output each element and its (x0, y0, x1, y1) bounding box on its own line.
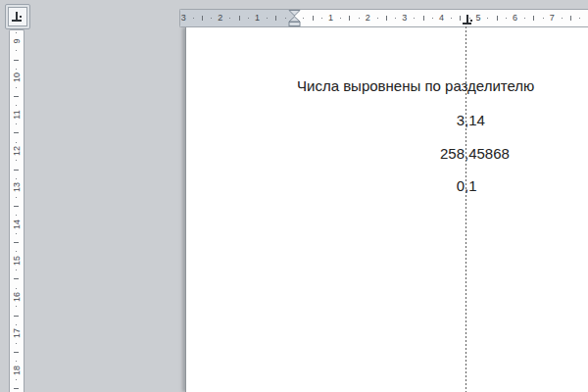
h-ruler-dot (395, 18, 396, 19)
h-ruler-dot (359, 18, 360, 19)
v-ruler-dot (16, 142, 17, 143)
vertical-ruler[interactable]: 9101112131415161718 (9, 29, 24, 392)
h-ruler-tick (239, 16, 240, 21)
h-ruler-number: 5 (475, 14, 480, 23)
v-ruler-tick (14, 206, 19, 207)
horizontal-ruler[interactable]: 3211234567 (179, 9, 588, 27)
v-ruler-dot (16, 343, 17, 344)
h-ruler-tick (202, 16, 203, 21)
ruler-left-margin-zone (180, 10, 295, 26)
h-ruler-tick (423, 16, 424, 21)
h-ruler-number: 6 (513, 14, 517, 23)
v-ruler-tick (14, 316, 19, 317)
decimal-aligned-number-row: 0,1 (0, 176, 588, 195)
document-heading: Числа выровнены по разделителю (297, 76, 534, 95)
number-integer-part: 3 (0, 111, 465, 129)
h-ruler-dot (248, 18, 249, 19)
h-ruler-dot (285, 18, 286, 19)
h-ruler-dot (193, 18, 194, 19)
number-integer-part: 0 (0, 176, 465, 195)
v-ruler-tick (14, 170, 19, 171)
tab-selector-button[interactable] (5, 4, 30, 29)
h-ruler-dot (321, 18, 322, 19)
h-ruler-tick (460, 16, 461, 21)
v-ruler-number: 18 (13, 364, 22, 377)
number-fraction-part: ,45868 (465, 144, 510, 163)
first-line-indent-marker (289, 11, 300, 17)
h-ruler-dot (211, 18, 212, 19)
v-ruler-dot (16, 215, 17, 216)
h-ruler-dot (562, 18, 563, 19)
h-ruler-tick (313, 16, 314, 21)
h-ruler-dot (432, 18, 433, 19)
h-ruler-tick (533, 16, 534, 21)
h-ruler-dot (303, 18, 304, 19)
h-ruler-number: 1 (255, 14, 260, 23)
v-ruler-tick (14, 242, 19, 243)
h-ruler-dot (487, 18, 488, 19)
tab-selector-face (8, 7, 27, 26)
left-indent-marker (289, 23, 300, 26)
number-fraction-part: ,14 (465, 111, 485, 129)
v-ruler-dot (16, 233, 17, 234)
h-ruler-tick (275, 16, 276, 21)
v-ruler-dot (16, 69, 17, 70)
h-ruler-tick (349, 16, 350, 21)
h-ruler-tick (386, 16, 387, 21)
v-ruler-number: 14 (13, 218, 22, 231)
h-ruler-number: 3 (402, 14, 407, 23)
hanging-indent-marker (289, 17, 300, 22)
h-ruler-dot (377, 18, 378, 19)
h-ruler-tick (497, 16, 498, 21)
h-ruler-dot (451, 18, 452, 19)
h-ruler-tick (570, 16, 571, 21)
v-ruler-dot (16, 251, 17, 252)
v-ruler-number: 15 (13, 254, 22, 268)
number-integer-part: 258 (0, 144, 465, 163)
v-ruler-tick (14, 278, 19, 279)
v-ruler-dot (16, 50, 17, 51)
v-ruler-dot (16, 379, 17, 380)
decimal-tab-stop-marker[interactable] (463, 15, 473, 24)
v-ruler-dot (16, 32, 17, 33)
decimal-aligned-number-row: 3,14 (0, 111, 588, 129)
h-ruler-number: 4 (439, 14, 444, 23)
number-fraction-part: ,1 (465, 176, 477, 195)
v-ruler-number: 10 (13, 71, 22, 84)
v-ruler-dot (16, 105, 17, 106)
v-ruler-dot (16, 288, 17, 289)
v-ruler-number: 9 (13, 34, 22, 48)
v-ruler-dot (16, 87, 17, 88)
h-ruler-number: 7 (550, 14, 555, 23)
h-ruler-dot (414, 18, 415, 19)
v-ruler-tick (14, 96, 19, 97)
h-ruler-number: 2 (218, 14, 222, 23)
v-ruler-tick (14, 132, 19, 133)
h-ruler-dot (524, 18, 525, 19)
v-ruler-dot (16, 270, 17, 270)
h-ruler-dot (543, 18, 544, 19)
h-ruler-dot (340, 18, 341, 19)
v-ruler-tick (14, 352, 19, 353)
v-ruler-tick (14, 60, 19, 61)
indent-markers[interactable] (288, 10, 301, 26)
v-ruler-tick (14, 388, 19, 389)
h-ruler-number: 3 (181, 14, 186, 23)
decimal-aligned-number-row: 258,45868 (0, 144, 588, 163)
h-ruler-dot (579, 18, 580, 19)
h-ruler-number: 1 (328, 14, 333, 23)
h-ruler-dot (267, 18, 268, 19)
v-ruler-number: 17 (13, 326, 22, 340)
v-ruler-dot (16, 197, 17, 198)
v-ruler-number: 16 (13, 290, 22, 304)
h-ruler-dot (229, 18, 230, 19)
h-ruler-number: 2 (366, 14, 370, 23)
decimal-tab-icon (12, 12, 24, 22)
v-ruler-dot (16, 306, 17, 307)
v-ruler-dot (16, 361, 17, 362)
h-ruler-dot (506, 18, 507, 19)
v-ruler-dot (16, 324, 17, 325)
